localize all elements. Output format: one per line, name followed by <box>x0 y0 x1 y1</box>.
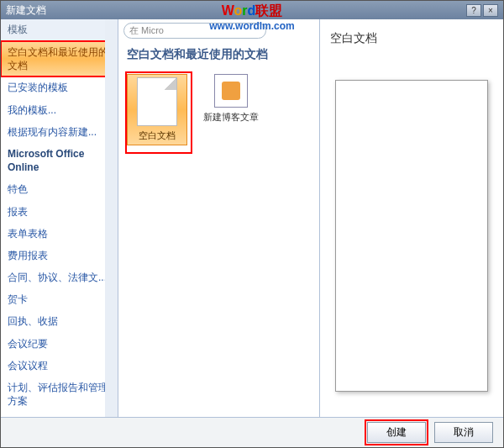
template-label: 空白文档 <box>130 129 184 142</box>
scrollbar[interactable] <box>105 19 118 417</box>
preview-page <box>335 80 488 392</box>
sidebar-item-11[interactable]: 回执、收据 <box>1 310 118 332</box>
footer: 创建 取消 <box>1 417 503 447</box>
preview-title: 空白文档 <box>328 28 495 55</box>
sidebar-item-7[interactable]: 表单表格 <box>1 223 118 245</box>
sidebar-item-3[interactable]: 根据现有内容新建... <box>1 121 118 143</box>
preview-panel: 空白文档 <box>320 19 503 417</box>
sidebar: 模板 空白文档和最近使用的文档已安装的模板我的模板...根据现有内容新建...M… <box>1 19 118 417</box>
sidebar-item-4[interactable]: Microsoft Office Online <box>1 143 118 178</box>
sidebar-item-0[interactable]: 空白文档和最近使用的文档 <box>1 41 118 76</box>
search-input[interactable]: 在 Micro <box>123 23 266 39</box>
help-button[interactable]: ? <box>466 4 481 17</box>
blog-icon <box>214 74 248 108</box>
sidebar-item-14[interactable]: 计划、评估报告和管理方案 <box>1 377 118 412</box>
close-button[interactable]: × <box>483 4 498 17</box>
template-label: 新建博客文章 <box>201 111 261 124</box>
sidebar-item-10[interactable]: 贺卡 <box>1 288 118 310</box>
sidebar-item-9[interactable]: 合同、协议、法律文... <box>1 266 118 288</box>
sidebar-item-15[interactable]: 库存控制 <box>1 412 118 417</box>
sidebar-section-header: 模板 <box>1 19 118 41</box>
sidebar-item-12[interactable]: 会议纪要 <box>1 333 118 355</box>
create-button[interactable]: 创建 <box>367 422 426 443</box>
sidebar-item-13[interactable]: 会议议程 <box>1 355 118 377</box>
center-heading: 空白文档和最近使用的文档 <box>118 42 319 67</box>
sidebar-item-1[interactable]: 已安装的模板 <box>1 76 118 98</box>
template-blog[interactable]: 新建博客文章 <box>201 74 261 124</box>
center-panel: 在 Micro 空白文档和最近使用的文档 空白文档新建博客文章 <box>118 19 320 417</box>
template-doc[interactable]: 空白文档 <box>127 74 187 145</box>
sidebar-item-5[interactable]: 特色 <box>1 178 118 200</box>
sidebar-item-6[interactable]: 报表 <box>1 201 118 223</box>
dialog-title: 新建文档 <box>6 3 46 18</box>
doc-icon <box>137 77 177 126</box>
titlebar: 新建文档 Word联盟 www.wordlm.com ? × <box>1 1 503 19</box>
sidebar-item-8[interactable]: 费用报表 <box>1 245 118 266</box>
sidebar-item-2[interactable]: 我的模板... <box>1 99 118 121</box>
cancel-button[interactable]: 取消 <box>434 422 493 443</box>
new-document-dialog: 新建文档 Word联盟 www.wordlm.com ? × 模板 空白文档和最… <box>0 0 504 448</box>
